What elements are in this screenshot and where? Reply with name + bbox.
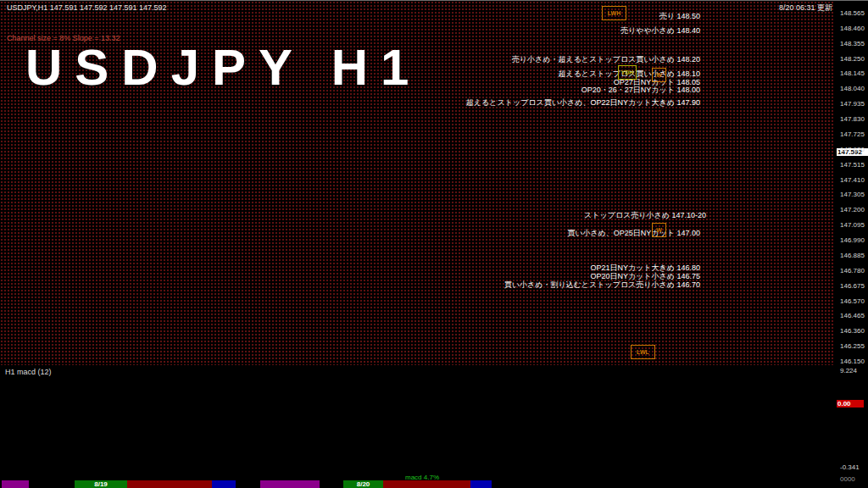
price-axis-label: 148.250 — [840, 55, 865, 63]
timeline-segment[interactable] — [470, 480, 492, 488]
timeline-date-label: 8/20 — [343, 480, 383, 488]
price-axis-label: 146.150 — [840, 358, 865, 365]
price-axis-label: 146.885 — [840, 252, 865, 259]
price-axis-label: 148.040 — [840, 85, 865, 92]
chart-watermark: USDJPY H1 — [25, 38, 421, 97]
timeline-date-label: 8/19 — [75, 480, 127, 488]
timeline-segment[interactable] — [127, 480, 212, 488]
marker-box-lwh: LWH — [602, 6, 626, 20]
price-level-annotation: 売り 148.50 — [659, 11, 700, 22]
price-axis-label: 147.935 — [840, 100, 865, 108]
price-level-annotation: 売りやや小さめ 148.40 — [620, 25, 700, 36]
symbol-ohlc-title: USDJPY,H1 147.591 147.592 147.591 147.59… — [7, 3, 167, 12]
price-axis-label: 146.990 — [840, 236, 865, 244]
marker-box-w: W — [652, 223, 666, 237]
mt4-chart-window: USDJPY,H1 147.591 147.592 147.591 147.59… — [0, 0, 868, 488]
timeline-segment[interactable] — [383, 480, 470, 488]
price-axis-label: 148.460 — [840, 25, 865, 32]
price-level-annotation: 超えるとストップロス買い小さめ、OP22日NYカット大きめ 147.90 — [466, 97, 700, 108]
indicator-min-label: -0.341 — [840, 463, 860, 471]
update-timestamp: 8/20 06:31 更新 — [779, 3, 832, 14]
price-axis-label: 148.145 — [840, 69, 865, 77]
price-axis-label: 146.360 — [840, 327, 865, 335]
timeline-segment[interactable] — [260, 480, 320, 488]
indicator-max-label: 9.224 — [840, 367, 857, 374]
price-level-annotation: 買い小さめ・割り込むとストップロス売り小さめ 146.70 — [504, 280, 700, 291]
indicator-pane-label: H1 macd (12) — [5, 368, 52, 376]
price-axis-label: 147.305 — [840, 191, 865, 198]
time-axis-label: 0000 — [840, 475, 855, 483]
price-level-annotation: 買い小さめ、OP25日NYカット 147.00 — [567, 228, 700, 239]
price-axis-label: 147.830 — [840, 115, 865, 123]
price-axis-label: 148.565 — [840, 9, 865, 17]
price-axis-label: 148.355 — [840, 40, 865, 47]
price-axis-label: 147.515 — [840, 161, 865, 169]
price-axis-label: 147.095 — [840, 221, 865, 229]
marker-box-w: W — [652, 68, 666, 82]
price-level-annotation: OP20・26・27日NYカット 148.00 — [581, 85, 700, 96]
price-axis-label: 146.465 — [840, 312, 865, 319]
price-level-annotation: 売り小さめ・超えるとストップロス買い小さめ 148.20 — [512, 54, 700, 65]
price-level-annotation: ストップロス売り小さめ 147.10-20 — [584, 210, 706, 221]
marker-box-lwl: LWL — [631, 345, 655, 359]
price-axis-label: 147.410 — [840, 176, 865, 184]
price-axis-label: 147.725 — [840, 130, 865, 138]
timeline-segment[interactable] — [212, 480, 236, 488]
price-axis-label: 146.780 — [840, 267, 865, 274]
price-axis-label: 146.570 — [840, 297, 865, 305]
price-axis-label: 147.200 — [840, 206, 865, 214]
indicator-zero-box: 0.00 — [837, 400, 864, 408]
price-axis-label: 146.255 — [840, 342, 865, 350]
timeline-segment[interactable] — [2, 480, 29, 488]
price-axis-label: 147.620 — [840, 146, 865, 153]
price-axis-label: 146.675 — [840, 282, 865, 290]
marker-box-ydh: YDH — [618, 65, 637, 80]
